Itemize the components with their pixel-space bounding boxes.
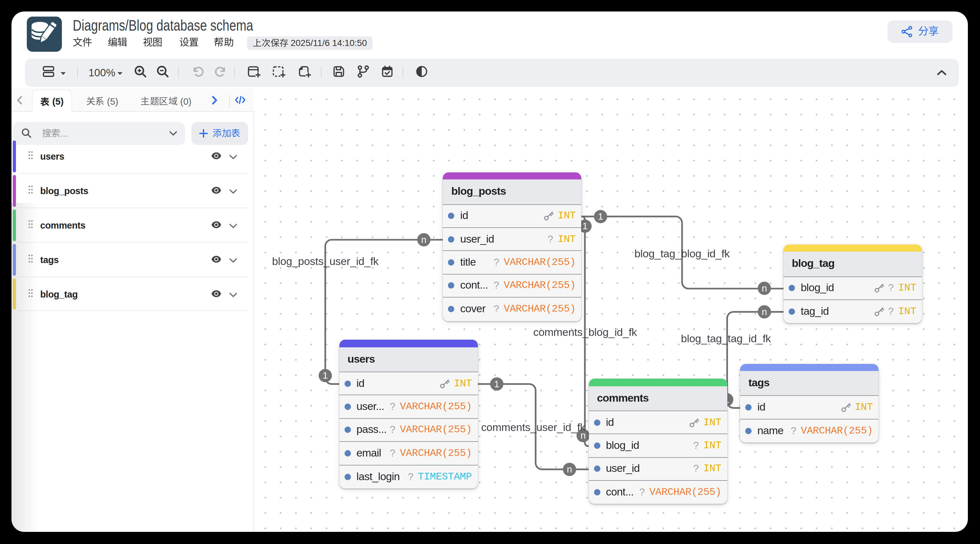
svg-text:n: n [567, 464, 572, 474]
svg-text:1: 1 [598, 211, 603, 222]
svg-text:1: 1 [582, 220, 588, 231]
svg-text:1: 1 [323, 370, 328, 381]
svg-text:n: n [421, 235, 426, 245]
svg-text:1: 1 [494, 378, 500, 389]
svg-text:n: n [762, 283, 767, 294]
svg-text:n: n [762, 306, 767, 317]
